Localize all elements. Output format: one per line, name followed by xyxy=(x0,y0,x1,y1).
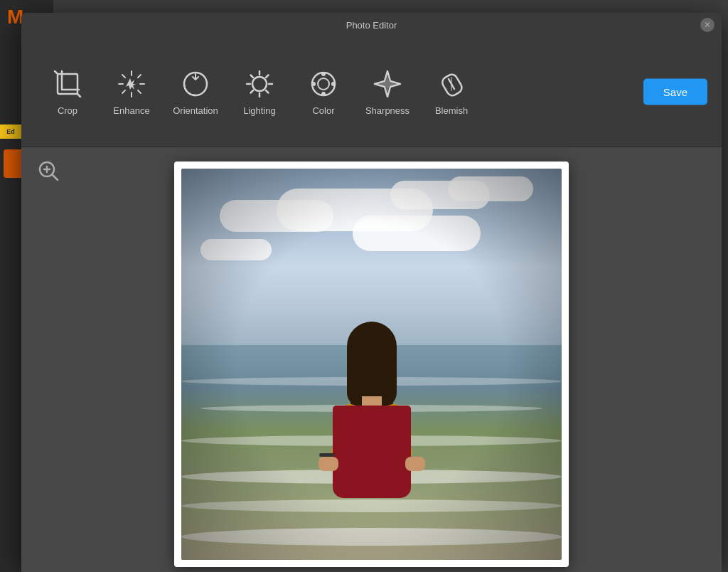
svg-marker-28 xyxy=(379,75,396,92)
svg-line-10 xyxy=(122,90,125,93)
tool-orientation[interactable]: Orientation xyxy=(164,46,228,138)
orientation-label: Orientation xyxy=(173,105,218,116)
photo-container xyxy=(21,147,722,572)
orientation-icon xyxy=(180,68,211,100)
vignette-overlay xyxy=(181,169,562,560)
lighting-icon xyxy=(244,68,275,100)
svg-line-8 xyxy=(138,90,141,93)
svg-line-9 xyxy=(138,75,141,78)
close-button[interactable]: ✕ xyxy=(700,18,714,32)
photo-editor-modal: Photo Editor ✕ Crop xyxy=(21,13,722,564)
crop-icon xyxy=(52,68,83,100)
enhance-label: Enhance xyxy=(113,105,149,116)
blemish-icon xyxy=(436,68,467,100)
sharpness-icon xyxy=(372,68,403,100)
zoom-icon xyxy=(37,159,60,182)
title-bar: Photo Editor ✕ xyxy=(21,13,722,37)
svg-line-2 xyxy=(77,94,80,97)
modal-title: Photo Editor xyxy=(346,20,397,31)
svg-point-23 xyxy=(321,72,326,76)
tool-color[interactable]: Color xyxy=(291,46,355,138)
zoom-button[interactable] xyxy=(36,158,61,184)
tool-crop[interactable]: Crop xyxy=(36,46,100,138)
tool-blemish[interactable]: Blemish xyxy=(419,46,483,138)
svg-line-7 xyxy=(122,75,125,78)
color-label: Color xyxy=(312,105,334,116)
svg-point-26 xyxy=(331,82,336,86)
save-button[interactable]: Save xyxy=(643,79,707,105)
svg-rect-0 xyxy=(58,74,77,94)
lighting-label: Lighting xyxy=(243,105,276,116)
toolbar: Crop Enhance Orienta xyxy=(21,37,722,147)
svg-line-35 xyxy=(53,175,58,180)
enhance-icon xyxy=(116,68,147,100)
bg-edit-badge: Ed xyxy=(0,125,21,139)
crop-label: Crop xyxy=(58,105,77,116)
svg-line-19 xyxy=(266,75,269,78)
svg-line-20 xyxy=(251,90,254,93)
svg-point-24 xyxy=(321,92,326,96)
color-icon xyxy=(308,68,339,100)
tool-sharpness[interactable]: Sharpness xyxy=(355,46,419,138)
svg-point-22 xyxy=(318,78,329,90)
blemish-label: Blemish xyxy=(435,105,468,116)
svg-point-12 xyxy=(252,77,267,91)
main-content xyxy=(21,147,722,572)
tool-enhance[interactable]: Enhance xyxy=(100,46,164,138)
svg-point-25 xyxy=(311,82,316,86)
tool-lighting[interactable]: Lighting xyxy=(228,46,291,138)
sharpness-label: Sharpness xyxy=(365,105,410,116)
svg-line-17 xyxy=(251,75,254,78)
svg-line-1 xyxy=(55,71,58,74)
photo-frame xyxy=(174,161,569,567)
svg-line-18 xyxy=(266,90,269,93)
photo-image xyxy=(181,169,562,560)
